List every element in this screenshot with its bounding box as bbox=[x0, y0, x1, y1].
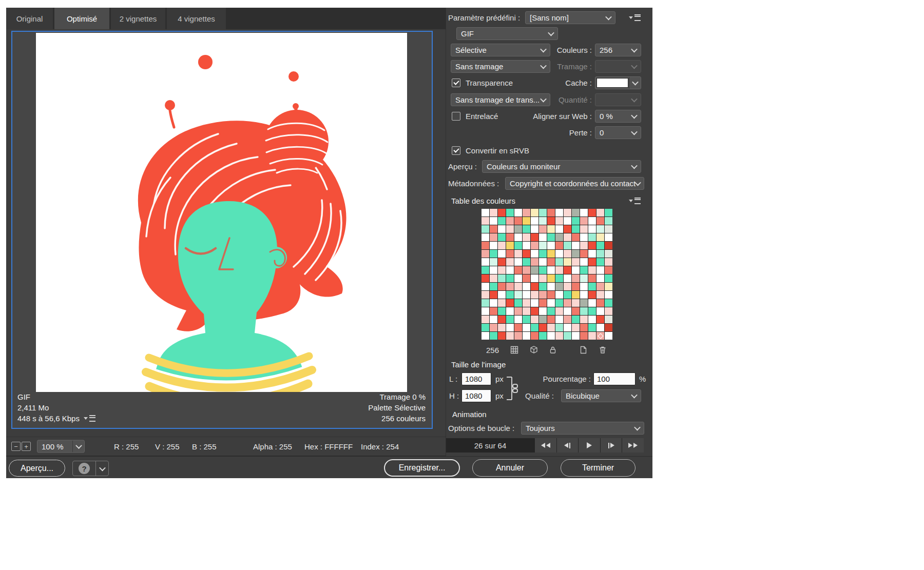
color-swatch[interactable] bbox=[539, 250, 547, 258]
color-swatch[interactable] bbox=[596, 209, 604, 217]
tab-4-vignettes[interactable]: 4 vignettes bbox=[167, 8, 226, 29]
width-input[interactable] bbox=[461, 372, 491, 385]
color-swatch[interactable] bbox=[539, 225, 547, 233]
color-swatch[interactable] bbox=[498, 258, 506, 266]
color-swatch[interactable] bbox=[490, 299, 497, 307]
color-swatch[interactable] bbox=[572, 324, 580, 331]
color-swatch[interactable] bbox=[564, 324, 571, 331]
color-swatch[interactable] bbox=[605, 291, 612, 299]
color-swatch[interactable] bbox=[523, 225, 530, 233]
color-swatch[interactable] bbox=[490, 209, 497, 217]
color-swatch[interactable] bbox=[498, 225, 506, 233]
preview-info-menu-icon[interactable] bbox=[84, 415, 95, 422]
color-swatch[interactable] bbox=[555, 299, 563, 307]
color-swatch[interactable] bbox=[596, 299, 604, 307]
color-swatch[interactable] bbox=[596, 225, 604, 233]
quality-dropdown[interactable]: Bicubique bbox=[561, 389, 641, 402]
color-swatch[interactable] bbox=[547, 299, 555, 307]
color-swatch[interactable] bbox=[564, 250, 571, 258]
last-frame-button[interactable] bbox=[622, 438, 644, 453]
color-swatch[interactable] bbox=[572, 299, 580, 307]
color-swatch[interactable] bbox=[506, 332, 514, 340]
color-swatch[interactable] bbox=[555, 307, 563, 315]
color-swatch[interactable] bbox=[555, 242, 563, 249]
color-swatch[interactable] bbox=[523, 250, 530, 258]
color-swatch[interactable] bbox=[555, 217, 563, 225]
color-swatch[interactable] bbox=[506, 250, 514, 258]
color-swatch[interactable] bbox=[588, 283, 596, 290]
color-swatch[interactable] bbox=[490, 266, 497, 274]
color-swatch[interactable] bbox=[547, 266, 555, 274]
color-swatch[interactable] bbox=[523, 291, 530, 299]
color-swatch[interactable] bbox=[572, 233, 580, 241]
color-swatch[interactable] bbox=[580, 274, 588, 282]
color-swatch[interactable] bbox=[539, 316, 547, 323]
color-swatch[interactable] bbox=[596, 233, 604, 241]
color-swatch[interactable] bbox=[580, 283, 588, 290]
color-swatch[interactable] bbox=[572, 266, 580, 274]
color-swatch[interactable] bbox=[514, 316, 522, 323]
color-swatch[interactable] bbox=[564, 217, 571, 225]
color-swatch[interactable] bbox=[523, 209, 530, 217]
color-swatch[interactable] bbox=[523, 316, 530, 323]
color-swatch[interactable] bbox=[555, 316, 563, 323]
color-swatch[interactable] bbox=[531, 250, 538, 258]
color-swatch[interactable] bbox=[572, 307, 580, 315]
color-swatch[interactable] bbox=[498, 299, 506, 307]
color-swatch[interactable] bbox=[490, 250, 497, 258]
color-reduction-dropdown[interactable]: Sélective bbox=[451, 44, 550, 56]
color-swatch[interactable] bbox=[514, 283, 522, 290]
lossy-dropdown[interactable]: 0 bbox=[595, 126, 641, 139]
color-swatch[interactable] bbox=[531, 258, 538, 266]
color-swatch[interactable] bbox=[572, 283, 580, 290]
color-swatch[interactable] bbox=[580, 217, 588, 225]
color-swatch[interactable] bbox=[596, 250, 604, 258]
color-swatch[interactable] bbox=[531, 217, 538, 225]
transparency-dither-dropdown[interactable]: Sans tramage de trans... bbox=[451, 93, 550, 106]
color-swatch[interactable] bbox=[547, 250, 555, 258]
color-swatch[interactable] bbox=[588, 250, 596, 258]
color-swatch[interactable] bbox=[482, 250, 489, 258]
color-swatch[interactable] bbox=[498, 324, 506, 331]
matte-dropdown[interactable] bbox=[595, 76, 641, 89]
color-swatch[interactable] bbox=[539, 274, 547, 282]
color-swatch[interactable] bbox=[506, 258, 514, 266]
color-swatch[interactable] bbox=[580, 291, 588, 299]
color-swatch[interactable] bbox=[498, 332, 506, 340]
color-swatch[interactable] bbox=[572, 332, 580, 340]
color-swatch[interactable] bbox=[564, 307, 571, 315]
color-swatch[interactable] bbox=[514, 299, 522, 307]
color-swatch[interactable] bbox=[572, 217, 580, 225]
color-swatch[interactable] bbox=[596, 266, 604, 274]
color-swatch[interactable] bbox=[514, 233, 522, 241]
color-swatch[interactable] bbox=[531, 291, 538, 299]
color-swatch[interactable] bbox=[580, 266, 588, 274]
color-swatch[interactable] bbox=[539, 266, 547, 274]
color-swatch[interactable] bbox=[564, 274, 571, 282]
color-swatch[interactable] bbox=[580, 299, 588, 307]
color-swatch[interactable] bbox=[588, 307, 596, 315]
color-swatch[interactable] bbox=[514, 209, 522, 217]
color-swatch[interactable] bbox=[580, 307, 588, 315]
color-swatch[interactable] bbox=[539, 258, 547, 266]
color-swatch[interactable] bbox=[596, 324, 604, 331]
color-swatch[interactable] bbox=[514, 225, 522, 233]
color-swatch[interactable] bbox=[555, 274, 563, 282]
color-swatch[interactable] bbox=[605, 307, 612, 315]
color-swatch[interactable] bbox=[547, 225, 555, 233]
color-swatch[interactable] bbox=[523, 266, 530, 274]
color-swatch[interactable] bbox=[596, 283, 604, 290]
color-swatch[interactable] bbox=[523, 283, 530, 290]
color-swatch[interactable] bbox=[580, 209, 588, 217]
color-swatch[interactable] bbox=[514, 307, 522, 315]
color-swatch[interactable] bbox=[539, 291, 547, 299]
color-swatch[interactable] bbox=[531, 242, 538, 249]
color-swatch[interactable] bbox=[482, 266, 489, 274]
color-swatch[interactable] bbox=[539, 209, 547, 217]
color-swatch[interactable] bbox=[523, 217, 530, 225]
color-swatch[interactable] bbox=[498, 291, 506, 299]
color-swatch[interactable] bbox=[588, 217, 596, 225]
color-swatch[interactable] bbox=[564, 299, 571, 307]
new-color-icon[interactable] bbox=[579, 345, 588, 355]
browser-button[interactable]: ? bbox=[73, 461, 95, 476]
